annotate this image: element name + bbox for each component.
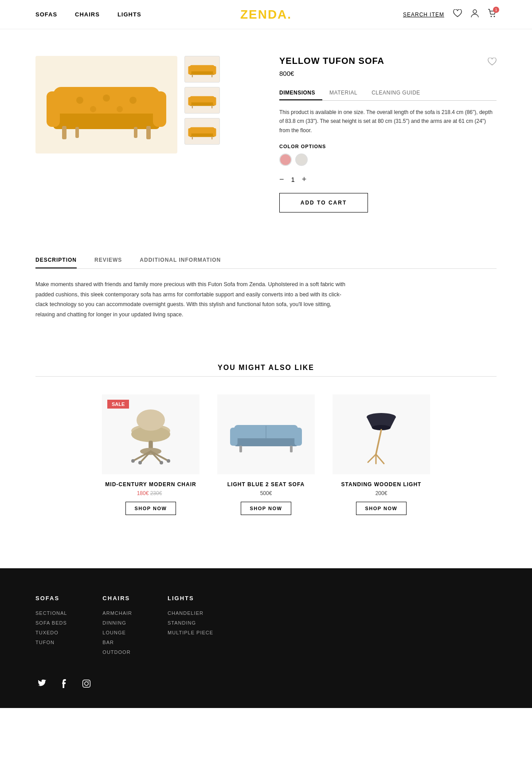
svg-point-36 — [137, 409, 165, 431]
svg-point-61 — [85, 682, 88, 685]
quantity-increase[interactable]: + — [302, 175, 307, 184]
footer-lights-item-1[interactable]: STANDING — [168, 620, 213, 625]
thumbnail-3[interactable] — [184, 118, 220, 145]
svg-rect-23 — [190, 102, 215, 106]
desc-tab-reviews[interactable]: REVIEWS — [94, 257, 122, 268]
svg-rect-30 — [188, 128, 192, 137]
twitter-icon[interactable] — [35, 677, 49, 690]
color-swatch-white[interactable] — [295, 153, 308, 166]
svg-point-43 — [131, 459, 135, 463]
sofa-price: 500€ — [260, 490, 272, 496]
product-title: YELLOW TUFON SOFA — [279, 56, 384, 66]
product-card-image-chair: SALE — [102, 394, 200, 474]
footer-sofas-item-3[interactable]: TUFON — [35, 640, 67, 645]
footer-sofas-heading: SOFAS — [35, 595, 67, 602]
footer-chairs-item-4[interactable]: OUTDOOR — [102, 649, 132, 655]
svg-point-5 — [103, 94, 110, 102]
chair-shop-now[interactable]: SHOP NOW — [125, 502, 176, 515]
color-swatches — [279, 153, 497, 166]
product-card-chair: SALE — [102, 394, 200, 515]
svg-rect-49 — [230, 428, 238, 446]
svg-rect-60 — [83, 680, 90, 688]
footer-chairs-item-2[interactable]: LOUNGE — [102, 630, 132, 635]
social-icons — [35, 677, 497, 690]
search-item[interactable]: SEARCH ITEM — [403, 12, 444, 18]
svg-point-1 — [491, 16, 492, 17]
tab-cleaning-guide[interactable]: CLEANING GUIDE — [364, 86, 427, 100]
svg-line-56 — [376, 430, 381, 454]
chair-old-price: 230€ — [150, 490, 162, 496]
nav-lights[interactable]: LIGHTS — [117, 11, 141, 18]
divider — [35, 376, 497, 377]
tab-dimensions[interactable]: DIMENSIONS — [279, 86, 322, 100]
product-card-image-sofa — [217, 394, 315, 474]
cart-count: 1 — [493, 7, 499, 13]
nav-chairs[interactable]: CHAIRS — [75, 11, 100, 18]
footer-lights-heading: LIGHTS — [168, 595, 213, 602]
sofa-card-price: 500€ — [217, 490, 315, 496]
sale-badge: SALE — [107, 400, 129, 409]
cart-button[interactable]: 1 — [488, 9, 497, 20]
svg-rect-32 — [192, 136, 193, 139]
desc-tab-description[interactable]: DESCRIPTION — [35, 257, 77, 268]
footer-sofas-item-2[interactable]: TUXEDO — [35, 630, 67, 635]
footer-lights-item-2[interactable]: MULTIPLE PIECE — [168, 630, 213, 635]
footer-lights-list: CHANDELIER STANDING MULTIPLE PIECE — [168, 610, 213, 635]
product-price: 800€ — [279, 70, 497, 77]
product-tabs: DIMENSIONS MATERIAL CLEANING GUIDE — [279, 86, 497, 101]
instagram-icon[interactable] — [80, 677, 93, 690]
account-button[interactable] — [471, 9, 479, 20]
add-to-cart-button[interactable]: ADD TO CART — [279, 193, 368, 212]
svg-rect-27 — [211, 105, 212, 108]
tab-material[interactable]: MATERIAL — [322, 86, 364, 100]
svg-rect-53 — [290, 446, 293, 452]
chair-card-title: MID-CENTURY MODERN CHAIR — [102, 481, 200, 488]
sofa-shop-now[interactable]: SHOP NOW — [241, 502, 292, 515]
chair-new-price: 180€ — [137, 490, 149, 496]
footer-chairs-item-0[interactable]: ARMCHAIR — [102, 610, 132, 616]
svg-point-62 — [88, 681, 89, 682]
wishlist-header-button[interactable] — [453, 9, 462, 20]
description-tabs: DESCRIPTION REVIEWS ADDITIONAL INFORMATI… — [35, 257, 497, 269]
product-description: This product is available in one size. T… — [279, 108, 497, 135]
product-section: YELLOW TUFON SOFA 800€ DIMENSIONS MATERI… — [0, 29, 532, 239]
svg-rect-31 — [213, 128, 216, 137]
footer: SOFAS SECTIONAL SOFA BEDS TUXEDO TUFON C… — [0, 568, 532, 708]
svg-rect-19 — [213, 66, 216, 75]
wishlist-button[interactable] — [488, 58, 497, 68]
main-product-image — [35, 56, 177, 153]
svg-rect-52 — [239, 446, 242, 452]
svg-rect-12 — [62, 126, 66, 139]
product-images — [35, 56, 253, 212]
lamp-card-price: 200€ — [332, 490, 430, 496]
svg-rect-11 — [153, 91, 166, 127]
chair-card-price: 180€ 230€ — [102, 490, 200, 496]
svg-rect-24 — [188, 97, 192, 106]
lamp-shop-now[interactable]: SHOP NOW — [356, 502, 407, 515]
svg-rect-21 — [211, 74, 212, 77]
color-options-label: COLOR OPTIONS — [279, 144, 497, 149]
logo[interactable]: ZENDA. — [240, 8, 292, 22]
nav-right: SEARCH ITEM 1 — [403, 9, 497, 20]
thumbnail-2[interactable] — [184, 87, 220, 114]
svg-rect-50 — [294, 428, 302, 446]
footer-cols: SOFAS SECTIONAL SOFA BEDS TUXEDO TUFON C… — [35, 595, 497, 659]
desc-tab-additional[interactable]: ADDITIONAL INFORMATION — [140, 257, 221, 268]
thumbnail-1[interactable] — [184, 56, 220, 83]
product-card-blue-sofa: LIGHT BLUE 2 SEAT SOFA 500€ SHOP NOW — [217, 394, 315, 515]
footer-chairs-item-3[interactable]: BAR — [102, 640, 132, 645]
facebook-icon[interactable] — [58, 677, 71, 690]
nav-sofas[interactable]: SOFAS — [35, 11, 57, 18]
color-swatch-pink[interactable] — [279, 153, 292, 166]
footer-lights-item-0[interactable]: CHANDELIER — [168, 610, 213, 616]
footer-col-sofas: SOFAS SECTIONAL SOFA BEDS TUXEDO TUFON — [35, 595, 67, 659]
product-card-lamp: STANDING WOODEN LIGHT 200€ SHOP NOW — [332, 394, 430, 515]
footer-sofas-item-1[interactable]: SOFA BEDS — [35, 620, 67, 625]
svg-rect-26 — [192, 105, 193, 108]
footer-chairs-item-1[interactable]: DINNING — [102, 620, 132, 625]
svg-rect-15 — [134, 127, 137, 138]
thumbnail-list — [184, 56, 220, 212]
footer-sofas-item-0[interactable]: SECTIONAL — [35, 610, 67, 616]
quantity-decrease[interactable]: − — [279, 175, 284, 184]
description-text: Make moments shared with friends and fam… — [35, 279, 346, 319]
